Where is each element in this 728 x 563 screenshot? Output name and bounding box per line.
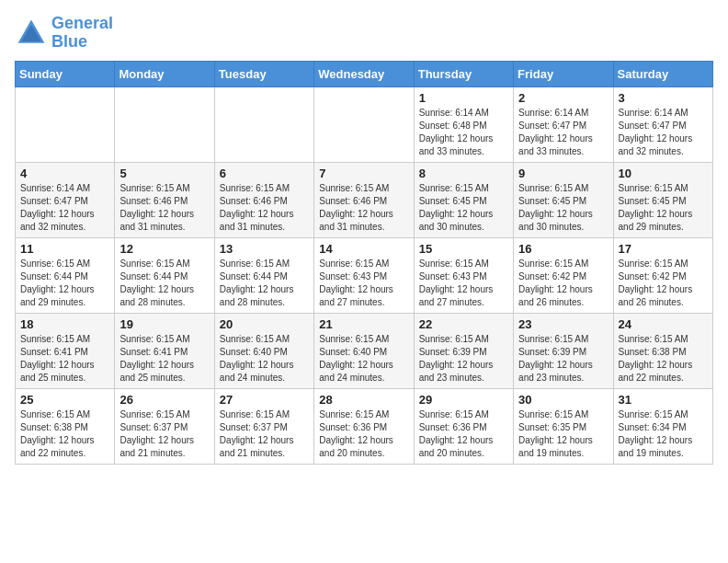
calendar-cell: 12Sunrise: 6:15 AM Sunset: 6:44 PM Dayli… [115,237,214,313]
calendar-cell: 25Sunrise: 6:15 AM Sunset: 6:38 PM Dayli… [16,388,115,464]
calendar-cell: 22Sunrise: 6:15 AM Sunset: 6:39 PM Dayli… [414,313,513,388]
calendar-cell: 27Sunrise: 6:15 AM Sunset: 6:37 PM Dayli… [214,388,313,464]
day-info: Sunrise: 6:15 AM Sunset: 6:38 PM Dayligh… [20,408,109,460]
day-number: 17 [619,242,708,256]
day-info: Sunrise: 6:14 AM Sunset: 6:47 PM Dayligh… [518,107,608,158]
day-number: 4 [20,167,109,180]
calendar-cell: 28Sunrise: 6:15 AM Sunset: 6:36 PM Dayli… [314,388,414,464]
calendar-cell: 31Sunrise: 6:15 AM Sunset: 6:34 PM Dayli… [613,388,712,464]
calendar-cell: 30Sunrise: 6:15 AM Sunset: 6:35 PM Dayli… [514,388,613,464]
day-number: 27 [220,393,309,407]
calendar-cell: 24Sunrise: 6:15 AM Sunset: 6:38 PM Dayli… [613,313,712,388]
day-info: Sunrise: 6:15 AM Sunset: 6:46 PM Dayligh… [319,182,408,234]
day-number: 6 [220,167,309,180]
calendar-cell [16,86,115,162]
calendar-cell: 1Sunrise: 6:14 AM Sunset: 6:48 PM Daylig… [414,86,513,162]
calendar-cell: 14Sunrise: 6:15 AM Sunset: 6:43 PM Dayli… [314,237,414,313]
day-number: 3 [619,91,708,105]
day-number: 21 [319,317,408,331]
day-number: 30 [518,393,608,407]
day-info: Sunrise: 6:15 AM Sunset: 6:40 PM Dayligh… [319,333,408,385]
calendar-cell: 7Sunrise: 6:15 AM Sunset: 6:46 PM Daylig… [314,162,414,237]
day-number: 10 [619,167,708,180]
day-info: Sunrise: 6:14 AM Sunset: 6:47 PM Dayligh… [20,182,109,234]
calendar-cell: 13Sunrise: 6:15 AM Sunset: 6:44 PM Dayli… [214,237,313,313]
day-number: 14 [319,242,408,256]
calendar-week-row: 18Sunrise: 6:15 AM Sunset: 6:41 PM Dayli… [16,313,713,388]
day-number: 29 [419,393,508,407]
day-info: Sunrise: 6:15 AM Sunset: 6:34 PM Dayligh… [619,408,708,460]
day-info: Sunrise: 6:14 AM Sunset: 6:47 PM Dayligh… [619,107,708,158]
calendar-week-row: 25Sunrise: 6:15 AM Sunset: 6:38 PM Dayli… [16,388,713,464]
day-info: Sunrise: 6:15 AM Sunset: 6:46 PM Dayligh… [220,182,309,234]
day-info: Sunrise: 6:15 AM Sunset: 6:36 PM Dayligh… [319,408,408,460]
day-info: Sunrise: 6:15 AM Sunset: 6:45 PM Dayligh… [619,182,708,234]
day-number: 13 [220,242,309,256]
calendar-cell: 6Sunrise: 6:15 AM Sunset: 6:46 PM Daylig… [214,162,313,237]
calendar-cell: 9Sunrise: 6:15 AM Sunset: 6:45 PM Daylig… [514,162,613,237]
day-number: 16 [518,242,608,256]
calendar-cell [115,86,214,162]
day-info: Sunrise: 6:15 AM Sunset: 6:41 PM Dayligh… [20,333,109,385]
weekday-header: Sunday [16,61,115,86]
day-number: 25 [20,393,109,407]
day-info: Sunrise: 6:15 AM Sunset: 6:43 PM Dayligh… [319,258,408,309]
calendar-cell: 4Sunrise: 6:14 AM Sunset: 6:47 PM Daylig… [16,162,115,237]
day-number: 20 [220,317,309,331]
calendar-cell: 26Sunrise: 6:15 AM Sunset: 6:37 PM Dayli… [115,388,214,464]
day-number: 9 [518,167,608,180]
calendar-cell: 10Sunrise: 6:15 AM Sunset: 6:45 PM Dayli… [613,162,712,237]
day-info: Sunrise: 6:15 AM Sunset: 6:44 PM Dayligh… [20,258,109,309]
day-number: 7 [319,167,408,180]
day-info: Sunrise: 6:15 AM Sunset: 6:42 PM Dayligh… [518,258,608,309]
calendar-cell: 21Sunrise: 6:15 AM Sunset: 6:40 PM Dayli… [314,313,414,388]
calendar-cell: 18Sunrise: 6:15 AM Sunset: 6:41 PM Dayli… [16,313,115,388]
calendar-table: SundayMondayTuesdayWednesdayThursdayFrid… [15,61,713,465]
day-info: Sunrise: 6:15 AM Sunset: 6:39 PM Dayligh… [419,333,508,385]
day-info: Sunrise: 6:15 AM Sunset: 6:40 PM Dayligh… [220,333,309,385]
calendar-cell: 2Sunrise: 6:14 AM Sunset: 6:47 PM Daylig… [514,86,613,162]
calendar-cell: 19Sunrise: 6:15 AM Sunset: 6:41 PM Dayli… [115,313,214,388]
day-number: 23 [518,317,608,331]
day-number: 22 [419,317,508,331]
day-info: Sunrise: 6:15 AM Sunset: 6:44 PM Dayligh… [119,258,209,309]
weekday-header: Saturday [613,61,712,86]
day-info: Sunrise: 6:14 AM Sunset: 6:48 PM Dayligh… [419,107,508,158]
logo-icon [15,17,48,50]
day-number: 15 [419,242,508,256]
day-number: 18 [20,317,109,331]
day-info: Sunrise: 6:15 AM Sunset: 6:43 PM Dayligh… [419,258,508,309]
weekday-header: Thursday [414,61,513,86]
day-number: 26 [119,393,209,407]
logo: General Blue [15,15,113,52]
day-info: Sunrise: 6:15 AM Sunset: 6:41 PM Dayligh… [119,333,209,385]
day-number: 8 [419,167,508,180]
calendar-cell: 29Sunrise: 6:15 AM Sunset: 6:36 PM Dayli… [414,388,513,464]
day-info: Sunrise: 6:15 AM Sunset: 6:46 PM Dayligh… [119,182,209,234]
day-info: Sunrise: 6:15 AM Sunset: 6:45 PM Dayligh… [518,182,608,234]
day-number: 12 [119,242,209,256]
calendar-week-row: 11Sunrise: 6:15 AM Sunset: 6:44 PM Dayli… [16,237,713,313]
calendar-cell: 16Sunrise: 6:15 AM Sunset: 6:42 PM Dayli… [514,237,613,313]
day-info: Sunrise: 6:15 AM Sunset: 6:42 PM Dayligh… [619,258,708,309]
calendar-week-row: 1Sunrise: 6:14 AM Sunset: 6:48 PM Daylig… [16,86,713,162]
day-info: Sunrise: 6:15 AM Sunset: 6:37 PM Dayligh… [220,408,309,460]
calendar-cell: 8Sunrise: 6:15 AM Sunset: 6:45 PM Daylig… [414,162,513,237]
day-number: 31 [619,393,708,407]
day-number: 1 [419,91,508,105]
weekday-header: Friday [514,61,613,86]
day-number: 11 [20,242,109,256]
day-number: 5 [119,167,209,180]
logo-text: General Blue [51,15,113,52]
day-number: 24 [619,317,708,331]
calendar-cell: 3Sunrise: 6:14 AM Sunset: 6:47 PM Daylig… [613,86,712,162]
calendar-cell: 5Sunrise: 6:15 AM Sunset: 6:46 PM Daylig… [115,162,214,237]
calendar-cell: 23Sunrise: 6:15 AM Sunset: 6:39 PM Dayli… [514,313,613,388]
calendar-cell: 20Sunrise: 6:15 AM Sunset: 6:40 PM Dayli… [214,313,313,388]
weekday-header: Wednesday [314,61,414,86]
weekday-header: Tuesday [214,61,313,86]
calendar-cell: 17Sunrise: 6:15 AM Sunset: 6:42 PM Dayli… [613,237,712,313]
day-info: Sunrise: 6:15 AM Sunset: 6:39 PM Dayligh… [518,333,608,385]
weekday-header-row: SundayMondayTuesdayWednesdayThursdayFrid… [16,61,713,86]
weekday-header: Monday [115,61,214,86]
